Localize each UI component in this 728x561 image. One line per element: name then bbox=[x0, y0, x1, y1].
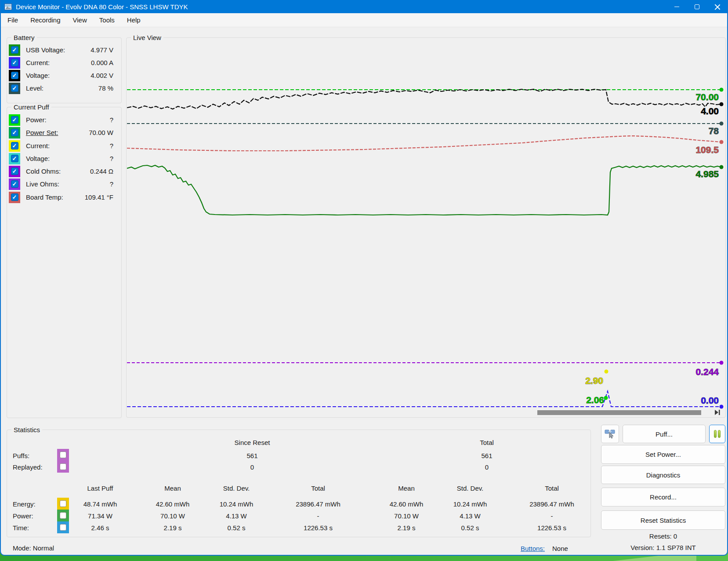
chart-endpoint-usb-voltage bbox=[720, 165, 724, 169]
live-view-chart: 70.00109.5784.9854.000.2440.002.902.06 bbox=[127, 40, 725, 415]
row-label: Cold Ohms: bbox=[26, 168, 61, 175]
puff-row-cold-ohms: ✓ Cold Ohms: 0.244 Ω bbox=[9, 165, 120, 178]
puff-voltage-checkbox[interactable]: ✓ bbox=[9, 153, 20, 164]
puff-current-checkbox[interactable]: ✓ bbox=[9, 140, 20, 152]
checkmark-icon: ✓ bbox=[11, 129, 18, 136]
chart-marker-puff-power-endpoint bbox=[604, 396, 608, 400]
chart-endpoint-cold-ohms bbox=[720, 361, 724, 365]
screenshot-root: Device Monitor - Evolv DNA 80 Color - SN… bbox=[0, 0, 728, 561]
tooltip-pin-button[interactable] bbox=[601, 425, 619, 443]
power-set-link[interactable]: Power Set: bbox=[26, 129, 58, 136]
energy-label: Energy: bbox=[13, 500, 36, 508]
stat-cell: 4.13 W bbox=[195, 512, 278, 520]
stat-cell: 71.34 W bbox=[58, 512, 142, 520]
battery-current-checkbox[interactable]: ✓ bbox=[9, 57, 20, 69]
row-value: 0.000 A bbox=[91, 59, 113, 66]
menu-help[interactable]: Help bbox=[121, 13, 147, 27]
puff-power-checkbox[interactable]: ✓ bbox=[9, 114, 20, 126]
row-value: 70.00 W bbox=[89, 129, 113, 136]
chart-marker-puff-current-endpoint bbox=[605, 370, 608, 374]
row-label: Board Temp: bbox=[26, 193, 63, 201]
battery-row-voltage: ✓ Voltage: 4.002 V bbox=[9, 69, 120, 82]
menu-bar: File Recording View Tools Help bbox=[1, 13, 727, 27]
menu-view[interactable]: View bbox=[67, 13, 93, 27]
chart-endpoint-power-set bbox=[720, 88, 724, 92]
chart-scrollbar-thumb[interactable] bbox=[537, 410, 701, 415]
since-reset-header: Since Reset bbox=[210, 439, 294, 446]
checkmark-icon: ✓ bbox=[11, 116, 18, 124]
statistics-group-title: Statistics bbox=[11, 426, 42, 434]
chart-floating-label-0: 2.90 bbox=[585, 375, 603, 386]
chart-value-label-battery-level: 78 bbox=[709, 126, 719, 136]
power-set-checkbox[interactable]: ✓ bbox=[9, 127, 20, 138]
pause-button[interactable] bbox=[709, 425, 725, 443]
cold-ohms-checkbox[interactable]: ✓ bbox=[9, 166, 20, 177]
usb-voltage-checkbox[interactable]: ✓ bbox=[9, 44, 20, 56]
replayed-label: Replayed: bbox=[13, 463, 43, 471]
close-button[interactable] bbox=[707, 0, 727, 13]
column-header: Std. Dev. bbox=[428, 484, 512, 492]
select-cursor-icon bbox=[605, 429, 616, 439]
column-header: Std. Dev. bbox=[195, 484, 278, 492]
menu-tools[interactable]: Tools bbox=[93, 13, 121, 27]
checkmark-icon: ✓ bbox=[11, 168, 18, 175]
chart-value-label-battery-voltage: 4.00 bbox=[701, 106, 719, 116]
replayed-total: 0 bbox=[445, 463, 529, 471]
minimize-button[interactable] bbox=[666, 0, 687, 13]
maximize-button[interactable] bbox=[687, 0, 707, 13]
row-label: Current: bbox=[26, 59, 50, 66]
battery-group-title: Battery bbox=[11, 34, 37, 41]
row-label: USB Voltage: bbox=[26, 46, 65, 54]
battery-row-level: ✓ Level: 78 % bbox=[9, 82, 120, 95]
battery-level-checkbox[interactable]: ✓ bbox=[9, 83, 20, 94]
puffs-checkbox[interactable] bbox=[57, 449, 69, 461]
chart-value-label-usb-voltage: 4.985 bbox=[695, 169, 719, 179]
checkmark-icon: ✓ bbox=[11, 180, 18, 188]
diagnostics-button[interactable]: Diagnostics bbox=[601, 466, 725, 484]
app-icon bbox=[4, 4, 12, 10]
set-power-button[interactable]: Set Power... bbox=[601, 445, 725, 464]
column-header: Last Puff bbox=[58, 484, 142, 492]
chart-value-label-board-temp: 109.5 bbox=[695, 145, 719, 155]
stat-cell: - bbox=[276, 512, 360, 520]
battery-group: Battery ✓ USB Voltage: 4.977 V ✓ Current… bbox=[7, 37, 122, 103]
record-button[interactable]: Record... bbox=[601, 488, 725, 506]
board-temp-checkbox[interactable]: ✓ bbox=[9, 192, 20, 203]
row-value: 78 % bbox=[98, 84, 113, 92]
reset-statistics-button-label: Reset Statistics bbox=[641, 517, 686, 524]
battery-voltage-checkbox[interactable]: ✓ bbox=[9, 70, 20, 81]
stat-cell: 23896.47 mWh bbox=[276, 500, 360, 508]
stat-cell: 2.46 s bbox=[58, 524, 142, 532]
column-header: Total bbox=[276, 484, 360, 492]
checkmark-icon: ✓ bbox=[11, 72, 18, 79]
stat-cell: 10.24 mWh bbox=[428, 500, 512, 508]
puff-row-voltage: ✓ Voltage: ? bbox=[9, 152, 120, 165]
resets-count: Resets: 0 bbox=[601, 532, 725, 540]
device-monitor-window: Device Monitor - Evolv DNA 80 Color - SN… bbox=[0, 0, 728, 556]
chart-value-label-battery-current: 0.00 bbox=[701, 395, 719, 405]
row-value: ? bbox=[110, 142, 113, 149]
row-value: ? bbox=[110, 180, 113, 188]
checkmark-icon: ✓ bbox=[11, 59, 18, 66]
unchecked-box-icon bbox=[60, 463, 66, 470]
replayed-checkbox[interactable] bbox=[57, 461, 69, 473]
chart-endpoint-battery-voltage bbox=[720, 102, 724, 106]
record-button-label: Record... bbox=[650, 493, 677, 501]
menu-file[interactable]: File bbox=[1, 13, 24, 27]
chart-value-label-cold-ohms: 0.244 bbox=[695, 367, 719, 377]
puff-row-power: ✓ Power: ? bbox=[9, 113, 120, 126]
maximize-icon bbox=[695, 4, 699, 9]
live-ohms-checkbox[interactable]: ✓ bbox=[9, 178, 20, 190]
menu-recording[interactable]: Recording bbox=[24, 13, 66, 27]
time-label: Time: bbox=[13, 524, 29, 532]
pause-icon bbox=[714, 430, 721, 438]
checkmark-icon: ✓ bbox=[11, 84, 18, 92]
firmware-version: Version: 1.1 SP78 INT bbox=[601, 544, 725, 551]
buttons-link[interactable]: Buttons: bbox=[521, 545, 545, 552]
row-value: 4.977 V bbox=[91, 46, 113, 54]
chart-scroll-end-icon[interactable] bbox=[714, 409, 721, 415]
minimize-icon bbox=[674, 7, 679, 7]
chart-line-board-temp bbox=[127, 136, 721, 151]
puff-button[interactable]: Puff... bbox=[623, 425, 706, 443]
reset-statistics-button[interactable]: Reset Statistics bbox=[601, 510, 725, 530]
